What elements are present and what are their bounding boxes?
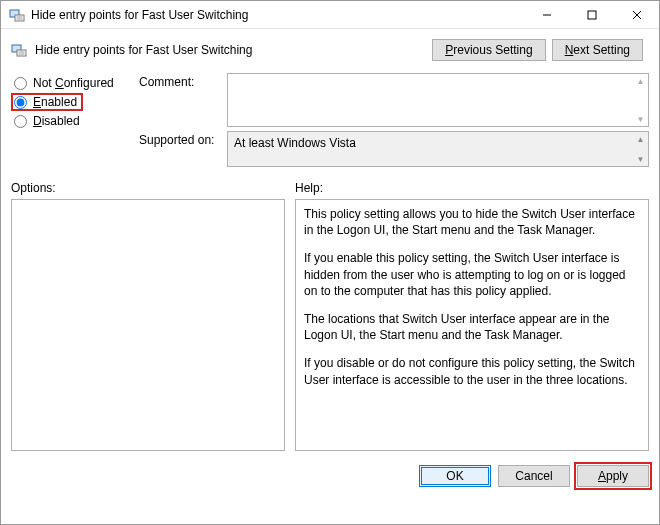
- window-title: Hide entry points for Fast User Switchin…: [31, 8, 524, 22]
- supported-field: At least Windows Vista ▲ ▼: [227, 131, 649, 167]
- options-panel: [11, 199, 285, 451]
- svg-rect-2: [17, 16, 23, 17]
- next-setting-button[interactable]: Next Setting: [552, 39, 643, 61]
- radio-label: Enabled: [33, 95, 77, 109]
- radio-not-configured-input[interactable]: [14, 77, 27, 90]
- radio-label: Disabled: [33, 114, 80, 128]
- maximize-button[interactable]: [569, 1, 614, 29]
- help-text: If you enable this policy setting, the S…: [304, 250, 640, 299]
- radio-enabled[interactable]: Enabled: [11, 93, 83, 111]
- page-title: Hide entry points for Fast User Switchin…: [35, 43, 424, 57]
- scroll-up-icon[interactable]: ▲: [633, 74, 648, 88]
- help-text: This policy setting allows you to hide t…: [304, 206, 640, 238]
- radio-label: Not Configured: [33, 76, 114, 90]
- scroll-up-icon[interactable]: ▲: [633, 132, 648, 146]
- titlebar: Hide entry points for Fast User Switchin…: [1, 1, 659, 29]
- scroll-down-icon[interactable]: ▼: [633, 112, 648, 126]
- previous-setting-button[interactable]: Previous Setting: [432, 39, 545, 61]
- help-label: Help:: [295, 181, 649, 195]
- supported-text: At least Windows Vista: [234, 136, 356, 150]
- minimize-button[interactable]: [524, 1, 569, 29]
- comment-field[interactable]: ▲ ▼: [227, 73, 649, 127]
- scroll-arrows: ▲ ▼: [633, 132, 648, 166]
- radio-not-configured[interactable]: Not Configured: [11, 74, 139, 92]
- ok-button[interactable]: OK: [419, 465, 491, 487]
- radio-disabled[interactable]: Disabled: [11, 112, 139, 130]
- scroll-down-icon[interactable]: ▼: [633, 152, 648, 166]
- scroll-arrows: ▲ ▼: [633, 74, 648, 126]
- dialog-buttons: OK Cancel Apply: [1, 455, 659, 497]
- close-button[interactable]: [614, 1, 659, 29]
- svg-rect-9: [17, 50, 26, 56]
- options-label: Options:: [11, 181, 285, 195]
- svg-rect-1: [15, 15, 24, 21]
- svg-rect-10: [19, 52, 25, 53]
- help-panel: This policy setting allows you to hide t…: [295, 199, 649, 451]
- radio-disabled-input[interactable]: [14, 115, 27, 128]
- comment-label: Comment:: [139, 73, 227, 89]
- gpo-icon: [11, 42, 27, 58]
- apply-button[interactable]: Apply: [577, 465, 649, 487]
- svg-rect-11: [19, 54, 25, 55]
- radio-enabled-input[interactable]: [14, 96, 27, 109]
- svg-rect-5: [588, 11, 596, 19]
- state-radio-group: Not Configured Enabled Disabled: [11, 73, 139, 131]
- svg-rect-3: [17, 18, 23, 19]
- help-text: The locations that Switch User interface…: [304, 311, 640, 343]
- help-text: If you disable or do not configure this …: [304, 355, 640, 387]
- gpo-icon: [9, 7, 25, 23]
- cancel-button[interactable]: Cancel: [498, 465, 570, 487]
- supported-label: Supported on:: [139, 131, 227, 147]
